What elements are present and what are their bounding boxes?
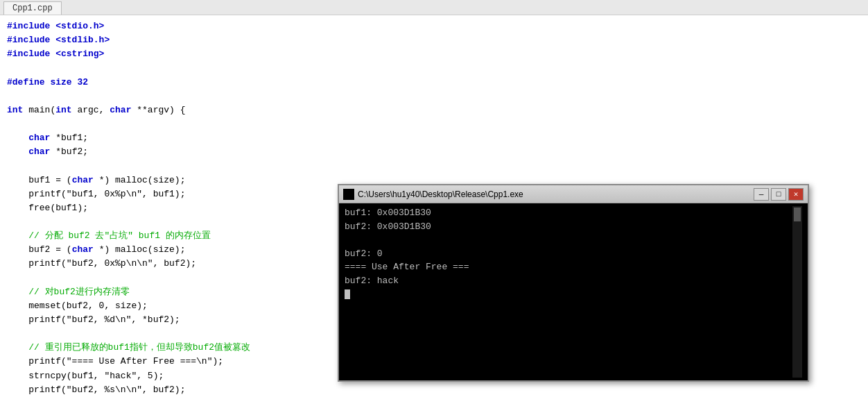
define-size: #define size 32 xyxy=(7,77,88,87)
printf-uaf-banner: printf("==== Use After Free ===\n"); xyxy=(7,356,223,366)
code-line-8 xyxy=(7,117,861,131)
code-line-28 xyxy=(7,397,861,411)
include-stdio: #include <stdio.h> xyxy=(7,21,104,31)
code-line-7: int main(int argc, char **argv) { xyxy=(7,103,861,117)
buf2-decl: char *buf2; xyxy=(7,146,88,157)
console-window: C:\Users\hu1y40\Desktop\Release\Cpp1.exe… xyxy=(338,184,809,382)
code-line-2: #include <stdlib.h> xyxy=(7,33,861,47)
include-stdlib: #include <stdlib.h> xyxy=(7,35,110,45)
console-controls: — □ ✕ xyxy=(754,188,804,201)
maximize-button[interactable]: □ xyxy=(771,188,786,201)
code-line-9: char *buf1; xyxy=(7,131,861,145)
console-title: C:\Users\hu1y40\Desktop\Release\Cpp1.exe xyxy=(343,189,523,200)
code-line-6 xyxy=(7,90,861,103)
memset-call: memset(buf2, 0, size); xyxy=(7,301,148,311)
tab-cpp1[interactable]: Cpp1.cpp xyxy=(3,1,62,15)
minimize-button[interactable]: — xyxy=(754,188,769,201)
printf-buf2-str: printf("buf2, %s\n\n", buf2); xyxy=(7,385,185,395)
code-line-27: printf("buf2, %s\n\n", buf2); xyxy=(7,383,861,397)
console-line-3 xyxy=(345,233,792,247)
console-body: buf1: 0x003D1B30 buf2: 0x003D1B30 buf2: … xyxy=(339,203,808,380)
console-body-inner: buf1: 0x003D1B30 buf2: 0x003D1B30 buf2: … xyxy=(345,206,802,378)
printf-buf1: printf("buf1, 0x%p\n", buf1); xyxy=(7,189,185,199)
console-cursor xyxy=(345,289,350,299)
console-titlebar: C:\Users\hu1y40\Desktop\Release\Cpp1.exe… xyxy=(339,185,808,203)
code-line-1: #include <stdio.h> xyxy=(7,19,861,33)
tab-bar: Cpp1.cpp xyxy=(0,0,868,15)
console-line-7 xyxy=(345,287,792,301)
strncpy-hack: strncpy(buf1, "hack", 5); xyxy=(7,371,164,381)
scrollbar-thumb[interactable] xyxy=(794,208,801,221)
printf-buf2-val: printf("buf2, %d\n", *buf2); xyxy=(7,314,180,325)
code-line-11 xyxy=(7,159,861,173)
code-line-5: #define size 32 xyxy=(7,76,861,90)
buf1-malloc: buf1 = (char *) malloc(size); xyxy=(7,175,185,185)
console-scrollbar[interactable] xyxy=(792,206,802,378)
comment-uaf: // 重引用已释放的buf1指针，但却导致buf2值被篡改 xyxy=(7,342,250,353)
comment-memset: // 对buf2进行内存清零 xyxy=(7,287,130,297)
main-signature: int main(int argc, char **argv) { xyxy=(7,105,185,115)
printf-buf2-addr: printf("buf2, 0x%p\n\n", buf2); xyxy=(7,258,196,269)
console-text-area: buf1: 0x003D1B30 buf2: 0x003D1B30 buf2: … xyxy=(345,206,792,378)
close-button[interactable]: ✕ xyxy=(788,188,804,201)
console-line-2: buf2: 0x003D1B30 xyxy=(345,220,792,234)
comment-buf2-occupy: // 分配 buf2 去"占坑" buf1 的内存位置 xyxy=(7,230,211,241)
console-line-4: buf2: 0 xyxy=(345,247,792,261)
console-line-5: ==== Use After Free === xyxy=(345,260,792,274)
buf2-malloc: buf2 = (char *) malloc(size); xyxy=(7,244,185,255)
console-title-text: C:\Users\hu1y40\Desktop\Release\Cpp1.exe xyxy=(358,189,523,199)
console-line-1: buf1: 0x003D1B30 xyxy=(345,206,792,220)
free-buf1: free(buf1); xyxy=(7,203,88,213)
code-editor: #include <stdio.h> #include <stdlib.h> #… xyxy=(0,15,868,413)
code-line-10: char *buf2; xyxy=(7,145,861,159)
code-line-4 xyxy=(7,61,861,75)
code-line-3: #include <cstring> xyxy=(7,47,861,61)
console-icon xyxy=(343,189,354,200)
include-cstring: #include <cstring> xyxy=(7,49,104,59)
buf1-decl: char *buf1; xyxy=(7,133,88,143)
console-line-6: buf2: hack xyxy=(345,274,792,288)
